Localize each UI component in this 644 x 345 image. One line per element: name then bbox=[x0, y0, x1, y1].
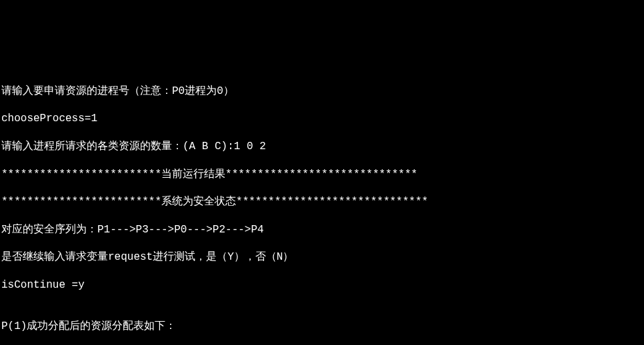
continue-prompt: 是否继续输入请求变量request进行测试，是（Y），否（N） bbox=[1, 250, 644, 264]
safe-sequence: 对应的安全序列为：P1--->P3--->P0--->P2--->P4 bbox=[1, 223, 644, 237]
request-resource-line: 请输入进程所请求的各类资源的数量：(A B C):1 0 2 bbox=[1, 140, 644, 154]
request-resource-label: 请输入进程所请求的各类资源的数量：(A B C): bbox=[1, 141, 234, 153]
prompt-process-id: 请输入要申请资源的进程号（注意：P0进程为0） bbox=[1, 85, 644, 99]
request-resource-value: 1 0 2 bbox=[234, 141, 266, 153]
is-continue-line: isContinue =y bbox=[1, 278, 644, 292]
choose-process-line: chooseProcess=1 bbox=[1, 112, 644, 126]
is-continue-value: y bbox=[78, 279, 85, 291]
allocation-table-title: P(1)成功分配后的资源分配表如下： bbox=[1, 320, 644, 334]
choose-process-label: chooseProcess= bbox=[1, 113, 91, 125]
result-banner: *************************当前运行结果*********… bbox=[1, 168, 644, 182]
safe-state-banner: *************************系统为安全状态********… bbox=[1, 195, 644, 209]
choose-process-value: 1 bbox=[91, 113, 97, 125]
is-continue-label: isContinue = bbox=[1, 279, 78, 291]
terminal-output[interactable]: 请输入要申请资源的进程号（注意：P0进程为0） chooseProcess=1 … bbox=[0, 69, 644, 345]
